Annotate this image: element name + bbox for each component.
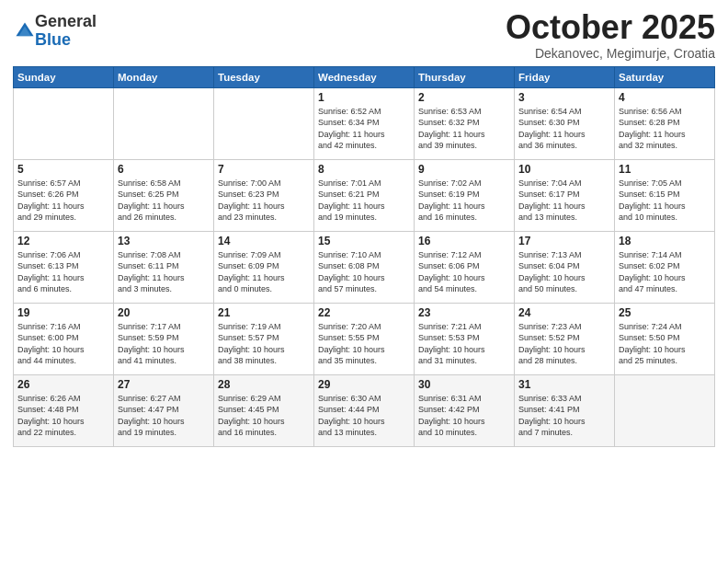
day-info: Sunrise: 7:08 AM Sunset: 6:11 PM Dayligh… — [118, 249, 210, 295]
day-cell: 12Sunrise: 7:06 AM Sunset: 6:13 PM Dayli… — [14, 231, 114, 303]
day-number: 4 — [619, 91, 711, 104]
day-info: Sunrise: 7:17 AM Sunset: 5:59 PM Dayligh… — [118, 321, 210, 367]
day-info: Sunrise: 7:02 AM Sunset: 6:19 PM Dayligh… — [418, 178, 510, 224]
day-info: Sunrise: 7:00 AM Sunset: 6:23 PM Dayligh… — [218, 178, 310, 224]
day-cell: 7Sunrise: 7:00 AM Sunset: 6:23 PM Daylig… — [214, 159, 314, 231]
day-cell: 1Sunrise: 6:52 AM Sunset: 6:34 PM Daylig… — [314, 87, 415, 159]
day-number: 26 — [17, 378, 109, 391]
day-info: Sunrise: 7:13 AM Sunset: 6:04 PM Dayligh… — [518, 249, 610, 295]
header-sunday: Sunday — [14, 66, 114, 87]
day-number: 13 — [118, 235, 210, 247]
day-info: Sunrise: 7:01 AM Sunset: 6:21 PM Dayligh… — [318, 178, 410, 224]
header-friday: Friday — [515, 66, 615, 87]
day-number: 18 — [619, 235, 711, 247]
day-number: 12 — [17, 235, 109, 247]
day-info: Sunrise: 7:20 AM Sunset: 5:55 PM Dayligh… — [318, 321, 410, 367]
day-info: Sunrise: 6:54 AM Sunset: 6:30 PM Dayligh… — [518, 106, 610, 152]
day-cell: 24Sunrise: 7:23 AM Sunset: 5:52 PM Dayli… — [515, 303, 615, 374]
day-number: 28 — [218, 378, 310, 391]
header-monday: Monday — [114, 66, 214, 87]
logo: General Blue — [13, 13, 97, 50]
page: General Blue October 2025 Dekanovec, Meg… — [0, 0, 728, 563]
day-number: 27 — [118, 378, 210, 391]
header: General Blue October 2025 Dekanovec, Meg… — [13, 9, 715, 61]
day-info: Sunrise: 6:53 AM Sunset: 6:32 PM Dayligh… — [418, 106, 510, 152]
day-info: Sunrise: 7:05 AM Sunset: 6:15 PM Dayligh… — [619, 178, 711, 224]
day-info: Sunrise: 7:23 AM Sunset: 5:52 PM Dayligh… — [518, 321, 610, 367]
day-number: 19 — [17, 306, 109, 319]
day-cell: 15Sunrise: 7:10 AM Sunset: 6:08 PM Dayli… — [314, 231, 415, 303]
week-row-0: 1Sunrise: 6:52 AM Sunset: 6:34 PM Daylig… — [14, 87, 715, 159]
day-cell: 14Sunrise: 7:09 AM Sunset: 6:09 PM Dayli… — [214, 231, 314, 303]
day-cell — [214, 87, 314, 159]
day-cell: 26Sunrise: 6:26 AM Sunset: 4:48 PM Dayli… — [14, 374, 114, 446]
day-info: Sunrise: 7:12 AM Sunset: 6:06 PM Dayligh… — [418, 249, 510, 295]
title-block: October 2025 Dekanovec, Megimurje, Croat… — [506, 9, 715, 61]
day-cell: 5Sunrise: 6:57 AM Sunset: 6:26 PM Daylig… — [14, 159, 114, 231]
day-cell: 22Sunrise: 7:20 AM Sunset: 5:55 PM Dayli… — [314, 303, 415, 374]
day-info: Sunrise: 6:31 AM Sunset: 4:42 PM Dayligh… — [418, 393, 510, 439]
day-info: Sunrise: 6:27 AM Sunset: 4:47 PM Dayligh… — [118, 393, 210, 439]
day-cell: 20Sunrise: 7:17 AM Sunset: 5:59 PM Dayli… — [114, 303, 214, 374]
day-number: 22 — [318, 306, 410, 319]
calendar-table: Sunday Monday Tuesday Wednesday Thursday… — [13, 66, 715, 447]
day-cell: 27Sunrise: 6:27 AM Sunset: 4:47 PM Dayli… — [114, 374, 214, 446]
day-number: 23 — [418, 306, 510, 319]
day-info: Sunrise: 7:09 AM Sunset: 6:09 PM Dayligh… — [218, 249, 310, 295]
day-cell: 2Sunrise: 6:53 AM Sunset: 6:32 PM Daylig… — [415, 87, 515, 159]
weekday-header-row: Sunday Monday Tuesday Wednesday Thursday… — [14, 66, 715, 87]
day-number: 29 — [318, 378, 410, 391]
day-cell: 3Sunrise: 6:54 AM Sunset: 6:30 PM Daylig… — [515, 87, 615, 159]
day-info: Sunrise: 7:24 AM Sunset: 5:50 PM Dayligh… — [619, 321, 711, 367]
day-cell: 4Sunrise: 6:56 AM Sunset: 6:28 PM Daylig… — [615, 87, 715, 159]
day-info: Sunrise: 7:16 AM Sunset: 6:00 PM Dayligh… — [17, 321, 109, 367]
day-info: Sunrise: 6:57 AM Sunset: 6:26 PM Dayligh… — [17, 178, 109, 224]
day-number: 10 — [518, 163, 610, 176]
day-info: Sunrise: 7:19 AM Sunset: 5:57 PM Dayligh… — [218, 321, 310, 367]
header-wednesday: Wednesday — [314, 66, 415, 87]
day-info: Sunrise: 7:14 AM Sunset: 6:02 PM Dayligh… — [619, 249, 711, 295]
day-number: 7 — [218, 163, 310, 176]
day-info: Sunrise: 6:33 AM Sunset: 4:41 PM Dayligh… — [518, 393, 610, 439]
day-number: 15 — [318, 235, 410, 247]
day-number: 9 — [418, 163, 510, 176]
week-row-3: 19Sunrise: 7:16 AM Sunset: 6:00 PM Dayli… — [14, 303, 715, 374]
day-cell — [114, 87, 214, 159]
day-cell: 8Sunrise: 7:01 AM Sunset: 6:21 PM Daylig… — [314, 159, 415, 231]
day-info: Sunrise: 7:21 AM Sunset: 5:53 PM Dayligh… — [418, 321, 510, 367]
day-info: Sunrise: 7:06 AM Sunset: 6:13 PM Dayligh… — [17, 249, 109, 295]
day-cell: 9Sunrise: 7:02 AM Sunset: 6:19 PM Daylig… — [415, 159, 515, 231]
header-saturday: Saturday — [615, 66, 715, 87]
day-cell — [14, 87, 114, 159]
day-cell: 28Sunrise: 6:29 AM Sunset: 4:45 PM Dayli… — [214, 374, 314, 446]
day-cell: 21Sunrise: 7:19 AM Sunset: 5:57 PM Dayli… — [214, 303, 314, 374]
month-title: October 2025 — [506, 9, 715, 46]
day-info: Sunrise: 6:30 AM Sunset: 4:44 PM Dayligh… — [318, 393, 410, 439]
day-number: 16 — [418, 235, 510, 247]
header-thursday: Thursday — [415, 66, 515, 87]
day-cell: 31Sunrise: 6:33 AM Sunset: 4:41 PM Dayli… — [515, 374, 615, 446]
day-number: 6 — [118, 163, 210, 176]
day-cell: 6Sunrise: 6:58 AM Sunset: 6:25 PM Daylig… — [114, 159, 214, 231]
day-info: Sunrise: 6:26 AM Sunset: 4:48 PM Dayligh… — [17, 393, 109, 439]
day-cell: 30Sunrise: 6:31 AM Sunset: 4:42 PM Dayli… — [415, 374, 515, 446]
logo-blue-text: Blue — [35, 30, 71, 49]
day-info: Sunrise: 6:58 AM Sunset: 6:25 PM Dayligh… — [118, 178, 210, 224]
day-cell: 17Sunrise: 7:13 AM Sunset: 6:04 PM Dayli… — [515, 231, 615, 303]
header-tuesday: Tuesday — [214, 66, 314, 87]
day-number: 11 — [619, 163, 711, 176]
logo-general-text: General — [35, 12, 97, 30]
day-number: 2 — [418, 91, 510, 104]
day-number: 17 — [518, 235, 610, 247]
day-info: Sunrise: 7:04 AM Sunset: 6:17 PM Dayligh… — [518, 178, 610, 224]
day-cell: 16Sunrise: 7:12 AM Sunset: 6:06 PM Dayli… — [415, 231, 515, 303]
day-number: 25 — [619, 306, 711, 319]
day-cell: 11Sunrise: 7:05 AM Sunset: 6:15 PM Dayli… — [615, 159, 715, 231]
day-cell: 25Sunrise: 7:24 AM Sunset: 5:50 PM Dayli… — [615, 303, 715, 374]
day-number: 8 — [318, 163, 410, 176]
logo-icon — [15, 21, 35, 41]
day-info: Sunrise: 6:29 AM Sunset: 4:45 PM Dayligh… — [218, 393, 310, 439]
day-number: 20 — [118, 306, 210, 319]
week-row-4: 26Sunrise: 6:26 AM Sunset: 4:48 PM Dayli… — [14, 374, 715, 446]
day-number: 14 — [218, 235, 310, 247]
